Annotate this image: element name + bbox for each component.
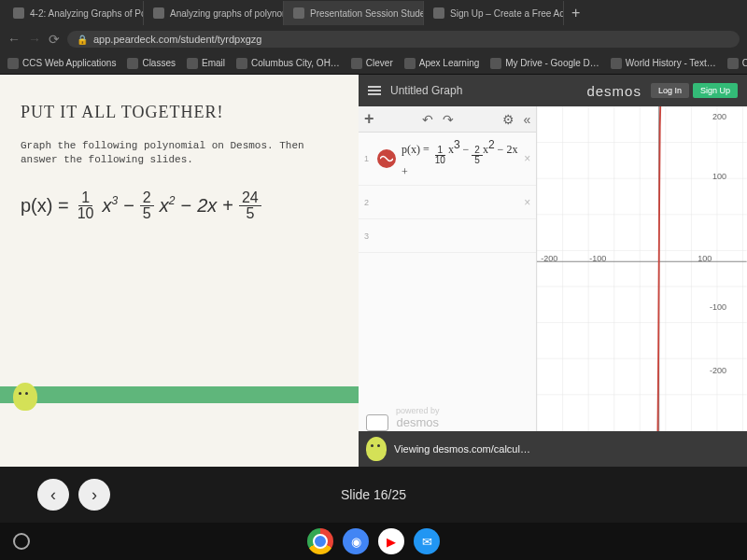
expression-toolbar: + ↶ ↷ ⚙ « xyxy=(359,106,536,133)
bookmark-item[interactable]: Apex Learning xyxy=(404,58,480,69)
tab-favicon xyxy=(13,7,24,19)
graph-title[interactable]: Untitled Graph xyxy=(390,84,577,97)
axis-tick: 200 xyxy=(712,112,726,121)
messages-app-icon[interactable]: ✉ xyxy=(414,528,440,554)
youtube-app-icon[interactable]: ▶ xyxy=(378,528,404,554)
next-slide-button[interactable]: › xyxy=(78,479,110,511)
expression-index: 1 xyxy=(364,154,377,163)
expression-content[interactable]: p(x) = 110x3 − 25x2 − 2x + xyxy=(402,138,524,179)
bookmarks-bar: CCS Web Applications Classes Email Colum… xyxy=(0,52,747,75)
axis-tick: -200 xyxy=(710,366,726,375)
new-tab-button[interactable]: + xyxy=(564,5,587,21)
bookmark-item[interactable]: Clever xyxy=(351,58,393,69)
response-icon[interactable] xyxy=(366,414,388,431)
powered-by: powered by desmos xyxy=(396,406,440,429)
tab-strip: 4-2: Analyzing Graphs of Poly × Analyzin… xyxy=(0,0,747,26)
settings-icon[interactable]: ⚙ xyxy=(502,112,514,127)
tab-favicon xyxy=(433,7,444,19)
bookmark-item[interactable]: My Drive - Google D… xyxy=(490,58,599,69)
forward-button[interactable]: → xyxy=(28,32,41,47)
browser-tab[interactable]: Sign Up – Create a Free Acco × xyxy=(424,1,564,25)
desmos-body: + ↶ ↷ ⚙ « 1 p(x) = 110x3 − 25x2 − 2x + xyxy=(359,106,747,467)
bookmark-icon xyxy=(7,58,19,69)
viewing-bar: Viewing desmos.com/calcul… xyxy=(359,431,747,467)
chrome-app-icon[interactable] xyxy=(307,528,333,554)
undo-button[interactable]: ↶ xyxy=(422,112,433,127)
menu-icon[interactable] xyxy=(368,86,381,95)
numerator: 24 xyxy=(239,190,261,206)
signup-button[interactable]: Sign Up xyxy=(693,83,738,98)
bookmark-icon xyxy=(727,58,739,69)
minus-sign: − xyxy=(180,195,191,217)
expression-row[interactable]: 3 xyxy=(359,219,536,253)
desmos-panel: Untitled Graph desmos Log In Sign Up + ↶… xyxy=(359,75,747,467)
axis-tick: -100 xyxy=(710,302,726,312)
expression-color-swatch[interactable] xyxy=(377,149,396,168)
browser-tab[interactable]: Presentation Session Student × xyxy=(284,1,424,25)
add-expression-button[interactable]: + xyxy=(364,109,374,129)
denominator: 5 xyxy=(140,206,154,221)
viewing-text: Viewing desmos.com/calcul… xyxy=(394,443,530,455)
expression-index: 3 xyxy=(364,231,377,241)
bookmark-label: Email xyxy=(202,58,225,68)
docs-app-icon[interactable]: ◉ xyxy=(343,528,369,554)
bookmark-icon xyxy=(490,58,501,69)
bookmark-item[interactable]: CCS Web Applications xyxy=(7,58,116,69)
slide-banner xyxy=(0,386,359,403)
powered-label: desmos xyxy=(396,415,440,429)
prev-slide-button[interactable]: ‹ xyxy=(37,479,69,511)
redo-button[interactable]: ↷ xyxy=(443,112,454,127)
tab-label: Presentation Session Student xyxy=(310,8,424,19)
address-bar: ← → ⟳ 🔒 app.peardeck.com/student/tyrdpxg… xyxy=(0,26,747,52)
bookmark-item[interactable]: Classes xyxy=(127,58,176,69)
browser-tab[interactable]: Analyzing graphs of polynomi × xyxy=(144,1,284,25)
polynomial-formula: p(x) = 1 10 x3 − 2 5 x2 − 2x + 24 5 xyxy=(21,190,338,221)
login-button[interactable]: Log In xyxy=(651,83,689,98)
bookmark-label: Conversion Calcula… xyxy=(742,58,747,68)
term: x2 xyxy=(160,194,176,217)
bookmark-item[interactable]: Columbus City, OH… xyxy=(236,58,340,69)
desmos-logo: desmos xyxy=(586,83,641,99)
expression-row[interactable]: 2 × xyxy=(359,186,536,219)
bookmark-item[interactable]: Conversion Calcula… xyxy=(727,58,747,69)
minus-sign: − xyxy=(123,195,134,217)
bookmark-icon xyxy=(187,58,198,69)
reload-button[interactable]: ⟳ xyxy=(49,32,60,47)
launcher-icon[interactable] xyxy=(13,533,30,550)
bookmark-label: Classes xyxy=(142,58,176,68)
plus-sign: + xyxy=(222,195,233,217)
browser-tab[interactable]: 4-2: Analyzing Graphs of Poly × xyxy=(4,1,144,25)
slide-title: PUT IT ALL TOGETHER! xyxy=(21,103,338,122)
expression-list: + ↶ ↷ ⚙ « 1 p(x) = 110x3 − 25x2 − 2x + xyxy=(359,106,537,467)
bookmark-label: My Drive - Google D… xyxy=(505,58,599,68)
bookmark-icon xyxy=(611,58,622,69)
url-text: app.peardeck.com/student/tyrdpxgzg xyxy=(93,34,261,45)
collapse-icon[interactable]: « xyxy=(524,112,531,127)
delete-expression-icon[interactable]: × xyxy=(524,152,530,165)
slide-counter: Slide 16/25 xyxy=(341,487,406,502)
fraction: 1 10 xyxy=(75,190,97,221)
denominator: 5 xyxy=(243,206,257,221)
desmos-header: Untitled Graph desmos Log In Sign Up xyxy=(359,75,747,106)
fraction: 24 5 xyxy=(239,190,261,221)
slide-panel: PUT IT ALL TOGETHER! Graph the following… xyxy=(0,75,359,467)
main-content: PUT IT ALL TOGETHER! Graph the following… xyxy=(0,75,747,467)
bookmark-label: CCS Web Applications xyxy=(22,58,116,68)
axis-tick: 100 xyxy=(712,172,726,181)
graph-area[interactable]: 200 100 -100 -200 -300 -200 -100 100 xyxy=(537,106,747,467)
back-button[interactable]: ← xyxy=(7,32,21,47)
delete-expression-icon[interactable]: × xyxy=(524,196,530,209)
os-shelf: ◉ ▶ ✉ xyxy=(0,523,747,560)
slide-body: Graph the following polynomial on Desmos… xyxy=(21,139,338,168)
expression-index: 2 xyxy=(364,198,377,207)
term: 2x xyxy=(197,195,217,217)
url-input[interactable]: 🔒 app.peardeck.com/student/tyrdpxgzg xyxy=(67,31,740,48)
slide-nav: ‹ › Slide 16/25 xyxy=(0,467,747,523)
browser-chrome: 4-2: Analyzing Graphs of Poly × Analyzin… xyxy=(0,0,747,75)
bookmark-item[interactable]: World History - Text… xyxy=(611,58,716,69)
bookmark-item[interactable]: Email xyxy=(187,58,225,69)
expression-row[interactable]: 1 p(x) = 110x3 − 25x2 − 2x + × xyxy=(359,133,536,186)
tab-label: Sign Up – Create a Free Acco xyxy=(450,8,564,19)
tab-favicon xyxy=(153,7,164,19)
bookmark-icon xyxy=(127,58,138,69)
